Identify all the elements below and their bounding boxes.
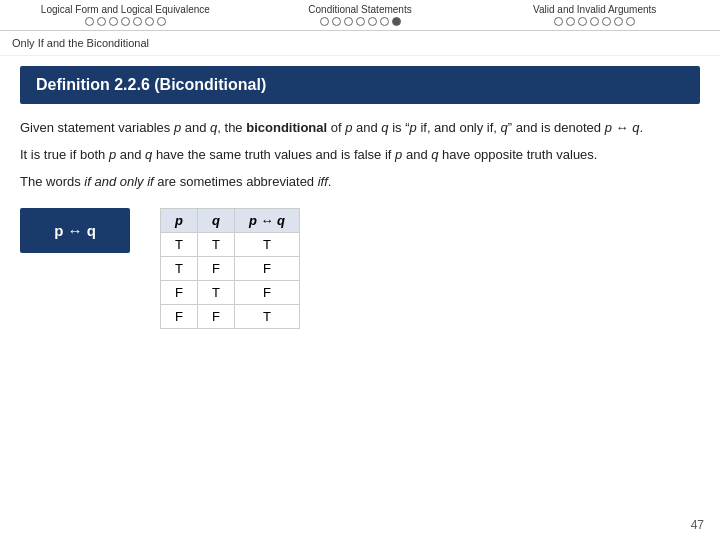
- nav-dot[interactable]: [602, 17, 611, 26]
- nav-section-conditional[interactable]: Conditional Statements: [243, 4, 478, 26]
- nav-dot[interactable]: [380, 17, 389, 26]
- top-navigation: Logical Form and Logical Equivalence Con…: [0, 0, 720, 31]
- table-row: FTF: [161, 281, 300, 305]
- paragraph-3: The words if and only if are sometimes a…: [20, 172, 700, 193]
- table-cell: F: [234, 257, 299, 281]
- paragraph-2: It is true if both p and q have the same…: [20, 145, 700, 166]
- nav-dot-active[interactable]: [392, 17, 401, 26]
- nav-dot[interactable]: [121, 17, 130, 26]
- table-cell: T: [234, 233, 299, 257]
- table-cell: F: [197, 305, 234, 329]
- nav-dot[interactable]: [97, 17, 106, 26]
- truth-table: p q p ↔ q TTTTFFFTFFFT: [160, 208, 300, 329]
- page-number: 47: [691, 518, 704, 532]
- breadcrumb: Only If and the Biconditional: [0, 31, 720, 56]
- nav-dot[interactable]: [554, 17, 563, 26]
- paragraph-1: Given statement variables p and q, the b…: [20, 118, 700, 139]
- table-cell: F: [161, 281, 198, 305]
- nav-dot[interactable]: [578, 17, 587, 26]
- definition-box: Definition 2.2.6 (Biconditional): [20, 66, 700, 104]
- col-header-p: p: [161, 209, 198, 233]
- truth-table-section: p ↔ q p q p ↔ q TTTTFFFTFFFT: [20, 208, 700, 329]
- nav-dots-conditional: [320, 17, 401, 26]
- table-row: FFT: [161, 305, 300, 329]
- table-cell: F: [197, 257, 234, 281]
- nav-dots-logic: [85, 17, 166, 26]
- col-header-pq: p ↔ q: [234, 209, 299, 233]
- nav-dot[interactable]: [332, 17, 341, 26]
- nav-dot[interactable]: [109, 17, 118, 26]
- table-row: TTT: [161, 233, 300, 257]
- table-header-row: p q p ↔ q: [161, 209, 300, 233]
- table-cell: T: [234, 305, 299, 329]
- nav-section-logic[interactable]: Logical Form and Logical Equivalence: [8, 4, 243, 26]
- main-content: Definition 2.2.6 (Biconditional) Given s…: [0, 56, 720, 339]
- table-cell: F: [234, 281, 299, 305]
- nav-title-conditional: Conditional Statements: [308, 4, 411, 15]
- table-cell: T: [197, 281, 234, 305]
- nav-section-arguments[interactable]: Valid and Invalid Arguments: [477, 4, 712, 26]
- nav-dot[interactable]: [133, 17, 142, 26]
- formula-box: p ↔ q: [20, 208, 130, 253]
- formula-text: p ↔ q: [54, 222, 96, 239]
- nav-dot[interactable]: [566, 17, 575, 26]
- nav-dots-arguments: [554, 17, 635, 26]
- nav-dot[interactable]: [368, 17, 377, 26]
- nav-dot[interactable]: [614, 17, 623, 26]
- nav-title-logic: Logical Form and Logical Equivalence: [41, 4, 210, 15]
- table-cell: T: [161, 257, 198, 281]
- nav-dot[interactable]: [145, 17, 154, 26]
- nav-dot[interactable]: [344, 17, 353, 26]
- definition-title: Definition 2.2.6 (Biconditional): [36, 76, 266, 93]
- table-cell: T: [161, 233, 198, 257]
- table-cell: F: [161, 305, 198, 329]
- table-cell: T: [197, 233, 234, 257]
- table-row: TFF: [161, 257, 300, 281]
- col-header-q: q: [197, 209, 234, 233]
- nav-title-arguments: Valid and Invalid Arguments: [533, 4, 656, 15]
- nav-dot[interactable]: [626, 17, 635, 26]
- nav-dot[interactable]: [85, 17, 94, 26]
- nav-dot[interactable]: [590, 17, 599, 26]
- nav-dot[interactable]: [356, 17, 365, 26]
- nav-dot[interactable]: [320, 17, 329, 26]
- nav-dot[interactable]: [157, 17, 166, 26]
